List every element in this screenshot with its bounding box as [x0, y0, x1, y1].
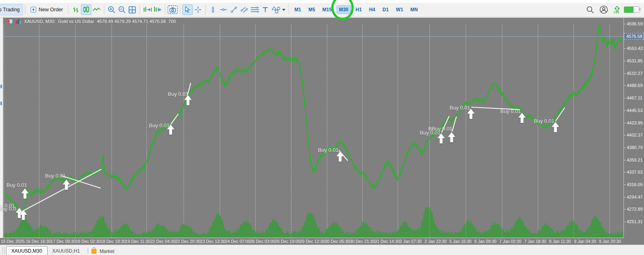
timeframe-h1[interactable]: H1 — [353, 5, 364, 14]
timeframe-m15[interactable]: M15 — [320, 5, 334, 14]
candlestick-chart-type-icon[interactable] — [81, 4, 91, 15]
price-tick: 4488.69 — [627, 83, 643, 88]
time-tick: 8 Jan 11:30 — [549, 239, 571, 244]
tab-market[interactable]: Market — [91, 249, 114, 254]
chart-tab-xauusd-m30[interactable]: XAUUSD,M30 — [6, 246, 47, 255]
price-tick: 4596.59 — [627, 21, 643, 26]
current-price-value: 4576.58 — [626, 34, 642, 39]
time-tick: 22 Dec 04:30 — [151, 239, 175, 244]
crosshair-tool-icon[interactable] — [193, 4, 203, 15]
price-tick: 4251.31 — [627, 219, 643, 224]
time-tick: 5 Jan 16:30 — [450, 239, 472, 244]
chart-mini-icon — [16, 19, 21, 24]
time-tick: 17 Dec 09:30 — [51, 239, 76, 244]
timeframe-m30[interactable]: M30 — [336, 5, 351, 14]
time-tick: 16 Dec 16:30 — [26, 239, 51, 244]
left-dock-strip — [0, 18, 3, 245]
time-tick: 24 Dec 07:00 — [225, 239, 250, 244]
tab-separator — [88, 248, 88, 253]
new-order-button[interactable]: New Order — [27, 4, 66, 15]
horizontal-line-tool-icon[interactable] — [218, 4, 229, 15]
line-chart-type-icon[interactable] — [91, 4, 102, 15]
tabbar-grip[interactable] — [2, 247, 4, 254]
timeframe-h4[interactable]: H4 — [367, 5, 378, 14]
channel-tool-icon[interactable] — [239, 4, 250, 15]
price-tick: 4553.43 — [627, 46, 643, 51]
time-axis[interactable]: 15 Dec 202516 Dec 16:3017 Dec 09:3018 De… — [0, 238, 623, 245]
bar-chart-type-icon[interactable] — [70, 4, 81, 15]
zoom-out-icon[interactable] — [117, 4, 127, 15]
chart-shift-icon[interactable] — [153, 4, 163, 15]
price-axis[interactable]: 4596.594575.014553.434531.854510.274488.… — [623, 18, 644, 238]
time-tick: 29 Dec 12:30 — [300, 239, 325, 244]
price-tick: 4359.21 — [627, 158, 643, 162]
chart-tab-xauusd-h1[interactable]: XAUUSD,H1 — [47, 247, 85, 255]
price-tick: 4337.63 — [627, 170, 643, 174]
time-tick: 30 Dec 21:30 — [350, 239, 375, 244]
chart-description: Gold vs US Dollar — [58, 19, 94, 24]
price-tick: 4467.11 — [627, 95, 642, 100]
chart-symbol-period: XAUUSD, M30: — [24, 19, 56, 24]
chart-canvas[interactable] — [3, 18, 623, 238]
time-tick: 2 Jan 07:30 — [400, 239, 422, 244]
text-tool-icon[interactable] — [260, 4, 270, 15]
time-tick: 7 Jan 02:30 — [499, 239, 521, 244]
current-price-box: 4576.58 — [624, 33, 644, 39]
time-tick: 18 Dec 18:30 — [101, 239, 126, 244]
search-icon[interactable] — [585, 4, 595, 15]
algo-trading-label: go Trading — [0, 7, 20, 12]
price-tick: 4294.47 — [627, 195, 643, 199]
tile-windows-icon[interactable] — [127, 4, 138, 15]
time-tick: 6 Jan 09:30 — [474, 239, 496, 244]
shapes-tool-icon[interactable] — [270, 4, 287, 15]
price-tick: 4510.27 — [627, 71, 643, 76]
lvl-label: LVL — [614, 11, 620, 14]
time-tick: 30 Dec 05:30 — [325, 239, 350, 244]
time-tick: 19 Dec 11:30 — [126, 239, 151, 244]
vertical-line-tool-icon[interactable] — [208, 4, 218, 15]
timeframe-w1[interactable]: W1 — [394, 5, 406, 14]
price-tick: 4380.79 — [627, 145, 643, 150]
chart-ohlcv: 4578.49 4579.29 4574.71 4576.58 700 — [97, 19, 176, 24]
time-tick: 15 Dec 2025 — [1, 239, 25, 244]
timeframe-group: M1M5M15M30H1H4D1W1MN — [291, 5, 422, 14]
timeframe-mn[interactable]: MN — [408, 5, 421, 14]
price-tick: 4531.85 — [627, 58, 643, 63]
price-tick: 4423.95 — [627, 120, 643, 125]
time-tick: 26 Dec 03:00 — [250, 239, 275, 244]
time-tick: 7 Jan 18:30 — [524, 239, 546, 244]
time-tick: 2 Jan 23:30 — [425, 239, 447, 244]
auto-scroll-icon[interactable] — [142, 4, 153, 15]
timeframe-m5[interactable]: M5 — [306, 5, 318, 14]
lvl-indicator-icon[interactable]: LVL — [614, 6, 620, 14]
screenshot-camera-icon[interactable] — [167, 4, 178, 15]
timeframe-d1[interactable]: D1 — [380, 5, 391, 14]
depth-of-market-icon — [7, 19, 13, 24]
chart-tab-bar: XAUUSD,M30XAUUSD,H1 Market — [0, 245, 644, 255]
battery-indicator — [624, 6, 639, 13]
time-tick: 22 Dec 20:30 — [175, 239, 200, 244]
equidistant-lines-tool-icon[interactable] — [250, 4, 260, 15]
account-icon[interactable] — [599, 4, 609, 15]
dock-marker — [0, 85, 2, 88]
mt5-window: go Trading New Order — [0, 0, 644, 255]
timeframe-m1[interactable]: M1 — [292, 5, 304, 14]
time-tick: 31 Dec 14:30 — [375, 239, 400, 244]
dock-marker — [0, 102, 2, 105]
time-tick: 23 Dec 13:30 — [200, 239, 225, 244]
top-toolbar: go Trading New Order — [0, 0, 644, 17]
market-label: Market — [99, 249, 114, 254]
new-order-label: New Order — [39, 7, 63, 12]
cursor-tool-icon[interactable] — [182, 4, 193, 15]
price-tick: 4316.05 — [627, 182, 643, 187]
new-order-icon — [30, 6, 37, 13]
market-bag-icon — [91, 249, 97, 254]
time-tick: 9 Jan 20:30 — [599, 239, 621, 244]
time-tick: 9 Jan 04:30 — [574, 239, 596, 244]
price-tick: 4445.53 — [627, 108, 643, 113]
algo-trading-button[interactable]: go Trading — [0, 4, 23, 15]
trendline-tool-icon[interactable] — [229, 4, 239, 15]
chart-title-bar: XAUUSD, M30: Gold vs US Dollar 4578.49 4… — [7, 19, 176, 24]
time-tick: 26 Dec 19:00 — [275, 239, 300, 244]
zoom-in-icon[interactable] — [106, 4, 117, 15]
